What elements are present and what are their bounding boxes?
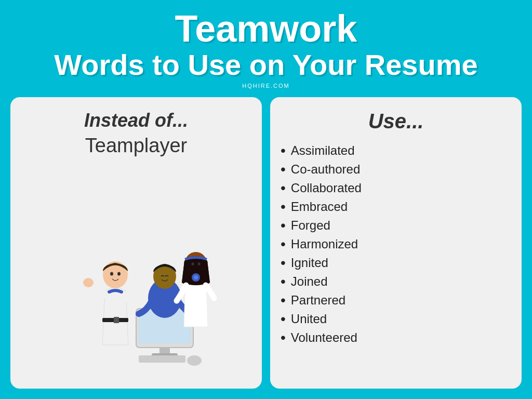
right-card-heading: Use... [281, 110, 511, 133]
subtitle: HQHIRE.COM [10, 83, 522, 89]
list-item: Embraced [281, 197, 511, 216]
instead-word: Teamplayer [85, 135, 187, 157]
svg-point-12 [83, 278, 94, 287]
list-item: Partnered [281, 291, 511, 310]
team-illustration [48, 200, 224, 376]
svg-point-19 [194, 275, 198, 280]
header: Teamwork Words to Use on Your Resume HQH… [0, 0, 532, 97]
svg-rect-14 [114, 317, 119, 323]
title-line1: Teamwork [10, 9, 522, 49]
list-item: Assimilated [281, 141, 511, 160]
list-item: United [281, 310, 511, 328]
illustration [21, 162, 251, 376]
svg-point-16 [192, 262, 194, 265]
svg-rect-4 [139, 355, 185, 363]
list-item: Volunteered [281, 328, 511, 347]
word-list: AssimilatedCo-authoredCollaboratedEmbrac… [281, 141, 511, 347]
svg-rect-2 [159, 348, 170, 354]
list-item: Ignited [281, 254, 511, 272]
svg-point-5 [187, 355, 202, 366]
svg-point-9 [103, 261, 128, 288]
list-item: Harmonized [281, 235, 511, 254]
svg-point-10 [110, 272, 113, 276]
left-card-heading: Instead of... [84, 110, 188, 131]
svg-point-17 [198, 262, 201, 265]
title-line2: Words to Use on Your Resume [10, 49, 522, 81]
list-item: Joined [281, 272, 511, 291]
cards-container: Instead of... Teamplayer [0, 97, 532, 399]
list-item: Collaborated [281, 179, 511, 197]
list-item: Forged [281, 216, 511, 235]
left-card: Instead of... Teamplayer [10, 97, 262, 389]
list-item: Co-authored [281, 160, 511, 179]
right-card: Use... AssimilatedCo-authoredCollaborate… [270, 97, 522, 389]
svg-point-11 [117, 272, 121, 276]
